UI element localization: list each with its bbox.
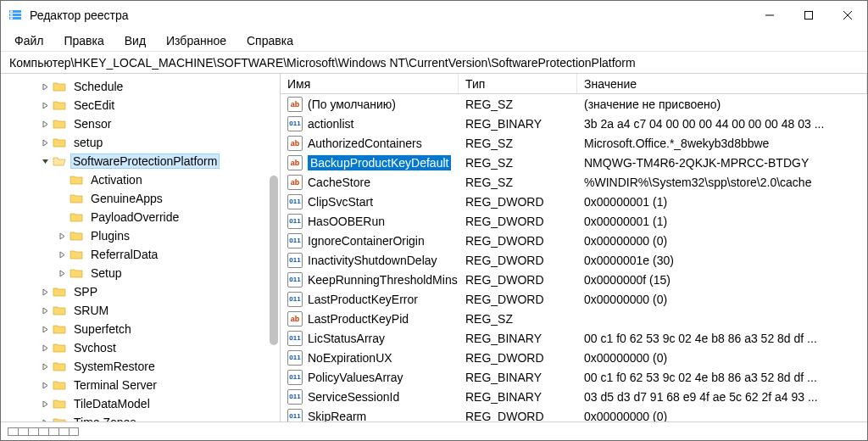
list-row[interactable]: 011ServiceSessionIdREG_BINARY03 d5 d3 d7… (281, 387, 867, 406)
chevron-right-icon[interactable] (38, 344, 52, 352)
value-type: REG_DWORD (459, 195, 577, 209)
tree-item-label: Setup (87, 265, 125, 281)
close-button[interactable] (828, 2, 867, 29)
list-row[interactable]: 011PolicyValuesArrayREG_BINARY00 c1 f0 6… (281, 367, 867, 387)
tree-item[interactable]: setup (4, 133, 280, 152)
tree-item[interactable]: SystemRestore (4, 357, 280, 376)
chevron-right-icon[interactable] (38, 102, 52, 109)
tree-item[interactable]: ReferralData (4, 245, 280, 264)
tree-item[interactable]: Activation (4, 170, 280, 189)
tree-item[interactable]: Superfetch (4, 320, 280, 338)
value-data: 0x00000001 (1) (577, 195, 867, 209)
chevron-right-icon[interactable] (38, 120, 52, 128)
list-row[interactable]: 011LastProductKeyErrorREG_DWORD0x0000000… (281, 289, 867, 309)
tree-item[interactable]: SoftwareProtectionPlatform (4, 152, 280, 170)
value-data: 0x0000001e (30) (577, 254, 867, 267)
folder-icon (69, 248, 84, 261)
tree-item[interactable]: TileDataModel (4, 394, 280, 413)
tree-item-label: ReferralData (87, 247, 161, 262)
titlebar[interactable]: Редактор реестра (1, 1, 867, 30)
maximize-button[interactable] (789, 2, 828, 29)
tree-item[interactable]: Svchost (4, 338, 280, 357)
chevron-right-icon[interactable] (38, 382, 52, 389)
list-row[interactable]: abCacheStoreREG_SZ%WINDIR%\System32\spp\… (281, 172, 867, 192)
chevron-right-icon[interactable] (55, 232, 69, 240)
chevron-right-icon[interactable] (55, 270, 69, 277)
value-type: REG_DWORD (459, 254, 577, 267)
menu-edit[interactable]: Правка (53, 31, 114, 50)
string-value-icon: ab (287, 97, 303, 112)
chevron-right-icon[interactable] (38, 326, 52, 333)
list-row[interactable]: 011IgnoreContainerOriginREG_DWORD0x00000… (281, 231, 867, 250)
tree-pane[interactable]: ScheduleSecEditSensorsetupSoftwareProtec… (1, 74, 281, 421)
folder-icon (52, 285, 67, 299)
value-type: REG_DWORD (459, 234, 577, 248)
tree-item[interactable]: Schedule (4, 77, 280, 96)
tree-item-label: setup (70, 135, 106, 150)
tree-item[interactable]: Setup (4, 264, 280, 282)
tree-item-label: SystemRestore (70, 359, 159, 374)
column-header-value[interactable]: Значение (577, 74, 867, 93)
tree-item[interactable]: Time Zones (4, 413, 280, 421)
value-list[interactable]: ab(По умолчанию)REG_SZ(значение не присв… (281, 94, 867, 421)
tree-scrollbar-thumb[interactable] (270, 176, 278, 345)
list-row[interactable]: ab(По умолчанию)REG_SZ(значение не присв… (281, 94, 867, 114)
chevron-right-icon[interactable] (38, 83, 52, 91)
column-header-type[interactable]: Тип (459, 74, 577, 93)
tree-item[interactable]: PayloadOverride (4, 208, 280, 226)
value-name: ClipSvcStart (308, 195, 373, 209)
list-row[interactable]: abLastProductKeyPidREG_SZ (281, 309, 867, 328)
tree-item-label: Superfetch (70, 321, 135, 337)
list-row[interactable]: 011InactivityShutdownDelayREG_DWORD0x000… (281, 250, 867, 270)
binary-value-icon: 011 (287, 116, 303, 131)
tree-item[interactable]: SRUM (4, 301, 280, 320)
tree-item-label: GenuineApps (87, 191, 166, 206)
column-header-name[interactable]: Имя (281, 74, 459, 93)
list-row[interactable]: 011NoExpirationUXREG_DWORD0x00000000 (0) (281, 348, 867, 367)
list-row[interactable]: 011actionlistREG_BINARY3b 2a a4 c7 04 00… (281, 114, 867, 133)
tree-item[interactable]: Terminal Server (4, 376, 280, 394)
value-name: LicStatusArray (308, 332, 385, 345)
value-name: KeepRunningThresholdMins (308, 273, 458, 287)
value-type: REG_SZ (459, 137, 577, 150)
binary-value-icon: 011 (287, 389, 303, 405)
menu-favorites[interactable]: Избранное (156, 31, 236, 50)
chevron-right-icon[interactable] (38, 419, 52, 422)
chevron-right-icon[interactable] (38, 307, 52, 315)
list-row[interactable]: 011ClipSvcStartREG_DWORD0x00000001 (1) (281, 192, 867, 211)
string-value-icon: ab (287, 155, 303, 170)
value-type: REG_SZ (459, 156, 577, 170)
chevron-down-icon[interactable] (38, 158, 52, 165)
chevron-right-icon[interactable] (38, 288, 52, 296)
list-row[interactable]: abBackupProductKeyDefaultREG_SZNMQWG-TM4… (281, 153, 867, 172)
status-segments (8, 427, 79, 436)
tree-item[interactable]: Plugins (4, 226, 280, 245)
chevron-right-icon[interactable] (55, 251, 69, 259)
value-type: REG_DWORD (459, 293, 577, 306)
binary-value-icon: 011 (287, 233, 303, 248)
list-row[interactable]: 011HasOOBERunREG_DWORD0x00000001 (1) (281, 211, 867, 231)
tree-item[interactable]: Sensor (4, 114, 280, 133)
list-row[interactable]: 011KeepRunningThresholdMinsREG_DWORD0x00… (281, 270, 867, 289)
tree-item[interactable]: SecEdit (4, 96, 280, 114)
menu-file[interactable]: Файл (4, 31, 53, 50)
value-data: 0x00000000 (0) (577, 410, 867, 422)
binary-value-icon: 011 (287, 331, 303, 346)
menu-view[interactable]: Вид (114, 31, 156, 50)
chevron-right-icon[interactable] (38, 363, 52, 371)
chevron-right-icon[interactable] (38, 400, 52, 408)
value-data: 3b 2a a4 c7 04 00 00 00 44 00 00 00 48 0… (577, 117, 867, 131)
tree-item[interactable]: GenuineApps (4, 189, 280, 208)
address-bar[interactable]: Компьютер\HKEY_LOCAL_MACHINE\SOFTWARE\Mi… (1, 52, 867, 74)
value-type: REG_SZ (459, 176, 577, 189)
list-row[interactable]: abAuthorizedContainersREG_SZMicrosoft.Of… (281, 133, 867, 153)
list-row[interactable]: 011LicStatusArrayREG_BINARY00 c1 f0 62 5… (281, 328, 867, 348)
folder-icon (52, 80, 67, 93)
list-row[interactable]: 011SkipRearmREG_DWORD0x00000000 (0) (281, 406, 867, 421)
chevron-right-icon[interactable] (38, 139, 52, 147)
minimize-button[interactable] (750, 2, 789, 29)
tree-item[interactable]: SPP (4, 282, 280, 301)
menu-help[interactable]: Справка (236, 31, 303, 50)
value-name: ServiceSessionId (308, 390, 399, 404)
string-value-icon: ab (287, 311, 303, 327)
